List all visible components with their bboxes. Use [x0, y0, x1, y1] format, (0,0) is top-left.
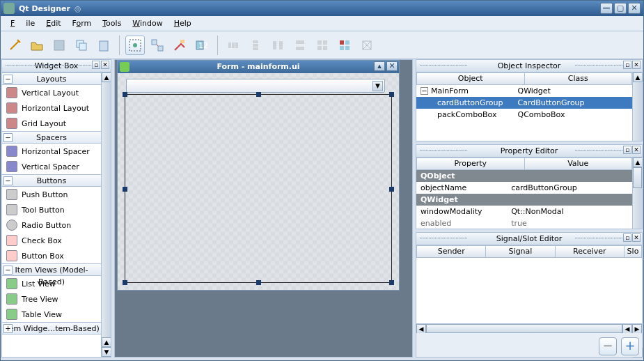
inspector-row-mainform[interactable]: −MainForm QWidget [416, 85, 632, 97]
remove-connection-button[interactable]: − [599, 337, 617, 355]
layout-grid-icon[interactable] [313, 36, 332, 55]
menu-file[interactable]: File [5, 17, 40, 30]
layout-hsplit-icon[interactable] [268, 36, 288, 55]
maximize-button[interactable]: ▢ [614, 3, 627, 14]
svg-point-5 [133, 43, 137, 47]
signal-header[interactable]: SenderSignalReceiverSlo [416, 245, 642, 258]
signal-slot-panel: Signal/Slot Editor▫✕ SenderSignalReceive… [416, 232, 643, 358]
widget-button-box[interactable]: Button Box [2, 248, 101, 263]
form-close-button[interactable]: ✕ [386, 61, 398, 71]
signal-table-body [416, 258, 642, 323]
property-scrollbar[interactable]: ▲▼ [632, 158, 642, 229]
tab-order-icon[interactable]: 123 [192, 36, 212, 55]
svg-rect-25 [340, 40, 344, 45]
menu-form[interactable]: Form [67, 17, 97, 30]
panel-float-icon[interactable]: ▫ [623, 61, 631, 69]
widget-push-button[interactable]: Push Button [2, 187, 101, 202]
menu-window[interactable]: Window [127, 17, 168, 30]
save-icon[interactable] [49, 36, 69, 55]
widget-box-title: Widget Box ▫✕ [2, 60, 111, 72]
property-section-qobject[interactable]: QObject [416, 170, 632, 182]
layout-horiz-icon[interactable] [223, 36, 243, 55]
svg-rect-28 [345, 46, 350, 50]
panel-float-icon[interactable]: ▫ [623, 146, 631, 154]
add-connection-button[interactable]: + [621, 337, 639, 355]
pack-combo-box[interactable]: ▼ [126, 79, 385, 93]
panel-float-icon[interactable]: ▫ [623, 233, 631, 242]
svg-rect-11 [228, 43, 231, 48]
widget-tree-view[interactable]: Tree View [2, 291, 101, 307]
svg-rect-3 [100, 41, 108, 51]
close-button[interactable]: ✕ [628, 3, 641, 14]
category-buttons[interactable]: −Buttons [2, 174, 101, 187]
category-spacers[interactable]: −Spacers [2, 131, 101, 144]
minimize-button[interactable]: — [600, 3, 613, 14]
toolbar: 123 [1, 31, 643, 59]
widget-horizontal-layout[interactable]: Horizontal Layout [2, 100, 101, 116]
widget-table-view[interactable]: Table View [2, 307, 101, 322]
svg-rect-18 [279, 41, 283, 49]
widget-vertical-spacer[interactable]: Vertical Spacer [2, 159, 101, 174]
break-layout-icon[interactable] [335, 36, 354, 55]
layout-vsplit-icon[interactable] [290, 36, 310, 55]
widget-box-panel: Widget Box ▫✕ −Layouts Vertical Layout H… [1, 59, 111, 358]
svg-rect-27 [340, 46, 344, 50]
menu-help[interactable]: Help [168, 17, 197, 30]
svg-rect-17 [273, 41, 276, 49]
object-inspector-panel: Object Inspector▫✕ ObjectClass −MainForm… [416, 59, 643, 141]
svg-rect-8 [180, 40, 184, 43]
widget-tool-button[interactable]: Tool Button [2, 202, 101, 217]
widget-horizontal-spacer[interactable]: Horizontal Spacer [2, 144, 101, 159]
property-section-qwidget[interactable]: QWidget [416, 194, 632, 206]
property-row-windowmodality[interactable]: windowModalityQt::NonModal [416, 206, 632, 217]
inspector-row-cardbuttongroup[interactable]: cardButtonGroup CardButtonGroup [416, 97, 632, 109]
panel-close-icon[interactable]: ✕ [101, 61, 109, 69]
svg-rect-13 [235, 43, 238, 48]
widget-vertical-layout[interactable]: Vertical Layout [2, 85, 101, 100]
widget-grid-layout[interactable]: Grid Layout [2, 116, 101, 131]
form-title-text: Form - mainform.ui [217, 62, 299, 71]
property-row-objectname[interactable]: objectNamecardButtonGroup [416, 182, 632, 194]
signal-h-scrollbar[interactable]: ◀◀▶ [416, 323, 642, 333]
app-icon [3, 3, 15, 14]
panel-float-icon[interactable]: ▫ [92, 61, 100, 69]
edit-widgets-icon[interactable] [5, 36, 24, 55]
property-header[interactable]: PropertyValue [416, 158, 632, 170]
widgetbox-scrollbar[interactable]: ▲ ▲ ▼ [101, 72, 111, 357]
panel-close-icon[interactable]: ✕ [632, 233, 641, 242]
layout-vert-icon[interactable] [246, 36, 265, 55]
category-itemwidgets[interactable]: +Item Widge…tem-Based) [2, 322, 101, 335]
inspector-scrollbar[interactable]: ▲▼ [632, 72, 642, 141]
selected-widget-outline[interactable] [125, 94, 392, 283]
open-folder-icon[interactable] [27, 36, 47, 55]
svg-rect-26 [345, 40, 350, 45]
svg-rect-7 [158, 46, 163, 51]
form-window[interactable]: Form - mainform.ui ▴ ✕ ▼ [117, 60, 400, 291]
mdi-area: Form - mainform.ui ▴ ✕ ▼ [114, 59, 413, 358]
category-layouts[interactable]: −Layouts [2, 72, 101, 85]
menu-tools[interactable]: Tools [97, 17, 127, 30]
signals-slots-icon[interactable] [148, 36, 167, 55]
svg-rect-16 [253, 47, 258, 50]
panel-close-icon[interactable]: ✕ [632, 146, 641, 154]
svg-rect-6 [152, 40, 157, 45]
chevron-down-icon[interactable]: ▼ [372, 81, 383, 91]
property-row-enabled[interactable]: enabledtrue [416, 217, 632, 229]
form-canvas[interactable]: ▼ [118, 73, 399, 290]
layout-edit-icon[interactable] [125, 36, 145, 55]
adjust-size-icon[interactable] [357, 36, 377, 55]
widget-check-box[interactable]: Check Box [2, 233, 101, 248]
inspector-row-packcombobox[interactable]: packComboBox QComboBox [416, 109, 632, 121]
copy-icon[interactable] [72, 36, 91, 55]
svg-rect-19 [296, 40, 304, 44]
svg-rect-2 [79, 43, 86, 50]
paste-icon[interactable] [94, 36, 113, 55]
form-minimize-button[interactable]: ▴ [374, 61, 385, 71]
inspector-header[interactable]: ObjectClass [416, 72, 632, 85]
menu-edit[interactable]: Edit [40, 17, 66, 30]
panel-close-icon[interactable]: ✕ [632, 61, 641, 69]
buddies-icon[interactable] [170, 36, 189, 55]
svg-rect-23 [317, 46, 322, 50]
category-itemviews[interactable]: −Item Views (Model-Based) [2, 263, 101, 276]
widget-radio-button[interactable]: Radio Button [2, 217, 101, 233]
